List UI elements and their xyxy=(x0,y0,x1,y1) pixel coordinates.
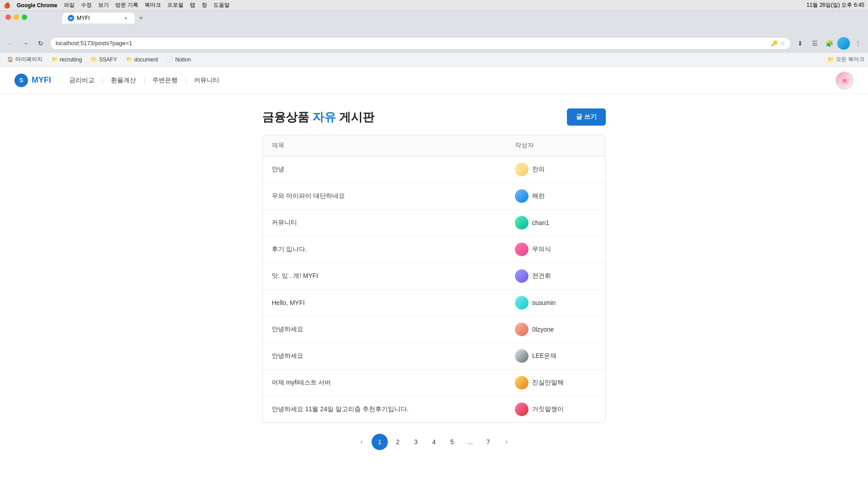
menu-edit[interactable]: 수정 xyxy=(81,1,92,9)
author-name: 해란 xyxy=(532,192,545,200)
menu-help[interactable]: 도움말 xyxy=(213,1,230,9)
sidebar-icon[interactable]: ☰ xyxy=(808,37,821,50)
chrome-window: M MYFI ✕ + xyxy=(0,11,868,34)
post-title: 우와 마이파이 대단하네요 xyxy=(272,192,515,200)
page-7-button[interactable]: 7 xyxy=(480,434,496,450)
bookmark-mypage-label: 마이페이지 xyxy=(15,56,42,63)
author-name: 0lzyone xyxy=(532,326,554,333)
page-3-button[interactable]: 3 xyxy=(408,434,424,450)
bookmark-notion[interactable]: 📄 Notion xyxy=(163,54,194,65)
author-name: 진실만말해 xyxy=(532,379,564,387)
bookmark-document[interactable]: 📁 document xyxy=(123,54,162,65)
bookmarks-bar: 🏠 마이페이지 📁 recruiting 📁 SSAFY 📁 document … xyxy=(0,52,868,67)
next-page-button[interactable]: › xyxy=(498,434,514,450)
extensions-icon[interactable]: 🧩 xyxy=(823,37,835,50)
close-button[interactable] xyxy=(5,14,11,20)
page-title-prefix: 금융상품 xyxy=(262,110,312,124)
post-author: 찬의 xyxy=(515,163,596,176)
post-title: 안녕하세요 xyxy=(272,352,515,360)
author-avatar xyxy=(515,323,528,336)
menu-file[interactable]: 파일 xyxy=(64,1,75,9)
col-author-header: 작성자 xyxy=(515,141,596,150)
table-row[interactable]: 후기 입니다.무의식 xyxy=(263,236,605,263)
table-row[interactable]: 어제 myfi테스트 서버진실만말해 xyxy=(263,370,605,396)
post-author: chan1 xyxy=(515,216,596,230)
menu-bookmarks[interactable]: 북마크 xyxy=(145,1,161,9)
menu-window[interactable]: 창 xyxy=(202,1,207,9)
active-tab[interactable]: M MYFI ✕ xyxy=(62,13,135,23)
author-avatar xyxy=(515,403,528,416)
toolbar-icons: ⬇ ☰ 🧩 ⋮ xyxy=(794,37,864,50)
author-name: chan1 xyxy=(532,219,549,226)
author-avatar xyxy=(515,189,528,203)
traffic-lights xyxy=(5,14,27,20)
menu-history[interactable]: 방문 기록 xyxy=(115,1,138,9)
bookmark-recruiting-label: recruiting xyxy=(60,56,82,63)
page-4-button[interactable]: 4 xyxy=(426,434,442,450)
nav-rate-compare[interactable]: 금리비교 xyxy=(66,76,98,84)
post-author: susumin xyxy=(515,296,596,310)
table-row[interactable]: Hello, MYFIsusumin xyxy=(263,290,605,316)
prev-page-button[interactable]: ‹ xyxy=(354,434,370,450)
new-tab-button[interactable]: + xyxy=(136,13,146,23)
nav-nearby-bank[interactable]: 주변은행 xyxy=(149,76,181,84)
app-name: Google Chrome xyxy=(17,2,57,9)
page-5-button[interactable]: 5 xyxy=(444,434,460,450)
page-1-button[interactable]: 1 xyxy=(372,434,388,450)
posts-table: 제목 작성자 안녕찬의우와 마이파이 대단하네요해란커뮤니티chan1후기 입니… xyxy=(262,135,606,423)
bookmark-notion-label: Notion xyxy=(175,56,191,63)
table-row[interactable]: 우와 마이파이 대단하네요해란 xyxy=(263,183,605,210)
password-icon: 🔑 xyxy=(771,40,778,47)
reload-button[interactable]: ↻ xyxy=(34,37,47,50)
menu-tab[interactable]: 탭 xyxy=(190,1,195,9)
nav-community[interactable]: 커뮤니티 xyxy=(190,76,223,84)
all-bookmarks[interactable]: 📁 모든 북마크 xyxy=(827,56,864,63)
menu-profile[interactable]: 프로필 xyxy=(167,1,184,9)
tab-title: MYFI xyxy=(77,15,90,21)
bookmark-star-icon[interactable]: ☆ xyxy=(780,40,785,47)
macos-menubar: 🍎 Google Chrome 파일 수정 보기 방문 기록 북마크 프로필 탭… xyxy=(0,0,868,11)
tab-bar: M MYFI ✕ + xyxy=(31,11,178,23)
logo-area: S MYFI xyxy=(14,74,51,87)
table-row[interactable]: 맛. 있 . 게! MYFI전건휘 xyxy=(263,263,605,290)
user-avatar[interactable]: 🌸 xyxy=(835,71,854,89)
all-bookmarks-label: 모든 북마크 xyxy=(836,56,864,63)
post-title: 안녕 xyxy=(272,165,515,174)
bookmark-recruiting[interactable]: 📁 recruiting xyxy=(48,54,85,65)
table-row[interactable]: 안녕하세요LEE운재 xyxy=(263,343,605,370)
forward-button[interactable]: → xyxy=(19,37,32,50)
menu-items: 파일 수정 보기 방문 기록 북마크 프로필 탭 창 도움말 xyxy=(64,1,230,9)
more-options-icon[interactable]: ⋮ xyxy=(852,37,864,50)
menubar-right: 11월 26일(일) 오후 6:45 xyxy=(807,1,864,9)
bookmark-mypage[interactable]: 🏠 마이페이지 xyxy=(4,54,46,65)
address-icons: 🔑 ☆ xyxy=(771,40,785,47)
author-avatar xyxy=(515,349,528,363)
write-button[interactable]: 글 쓰기 xyxy=(567,108,606,126)
table-row[interactable]: 안녕하세요 11월 24일 알고리즘 추천후기입니다.거짓말쟁이 xyxy=(263,396,605,422)
table-row[interactable]: 안녕찬의 xyxy=(263,156,605,183)
table-header: 제목 작성자 xyxy=(263,135,605,156)
page-dots: ... xyxy=(462,434,478,450)
post-title: 안녕하세요 xyxy=(272,325,515,333)
brand-name: MYFI xyxy=(32,75,51,85)
post-author: 거짓말쟁이 xyxy=(515,403,596,416)
author-name: 거짓말쟁이 xyxy=(532,405,564,413)
table-row[interactable]: 안녕하세요0lzyone xyxy=(263,316,605,343)
menu-view[interactable]: 보기 xyxy=(98,1,109,9)
profile-button[interactable] xyxy=(837,37,850,50)
tab-close-button[interactable]: ✕ xyxy=(122,14,129,22)
apple-menu[interactable]: 🍎 xyxy=(4,2,10,9)
minimize-button[interactable] xyxy=(14,14,19,20)
bookmark-ssafy[interactable]: 📁 SSAFY xyxy=(87,54,120,65)
table-row[interactable]: 커뮤니티chan1 xyxy=(263,210,605,236)
address-bar[interactable]: localhost:5173/posts?page=1 🔑 ☆ xyxy=(50,37,791,50)
back-button[interactable]: ← xyxy=(4,37,16,50)
page-2-button[interactable]: 2 xyxy=(390,434,406,450)
download-icon[interactable]: ⬇ xyxy=(794,37,807,50)
nav-exchange[interactable]: 환율계산 xyxy=(107,76,140,84)
tab-favicon: M xyxy=(68,15,74,21)
post-title: 어제 myfi테스트 서버 xyxy=(272,379,515,387)
post-author: LEE운재 xyxy=(515,349,596,363)
author-name: 전건휘 xyxy=(532,272,551,280)
maximize-button[interactable] xyxy=(22,14,27,20)
